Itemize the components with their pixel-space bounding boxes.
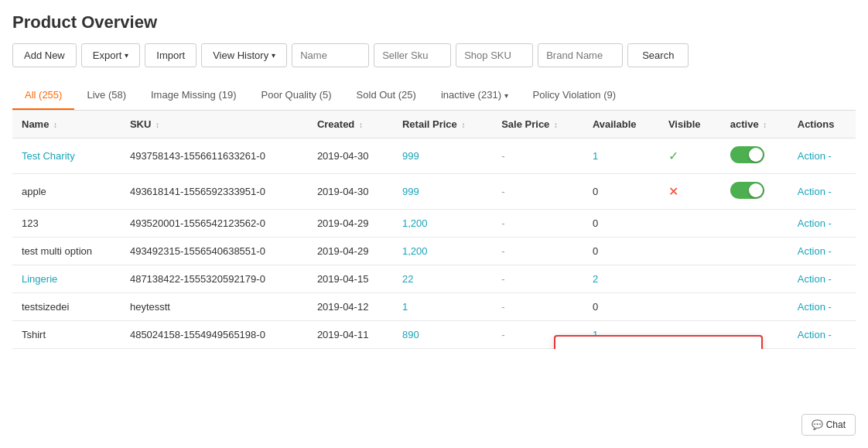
table-row: Test Charity493758143-1556611633261-0201… [12,139,856,174]
tab-inactive[interactable]: inactive (231) ▾ [429,81,521,110]
action-button[interactable]: Action - [798,186,832,197]
retail-price-link[interactable]: 1,200 [402,245,428,257]
product-name-link[interactable]: Test Charity [22,150,75,162]
seller-sku-input[interactable] [374,43,451,67]
tab-all[interactable]: All (255) [12,81,74,110]
cell-created: 2019-04-30 [308,174,393,210]
cell-actions: Action - [788,265,856,293]
active-toggle[interactable] [730,146,764,163]
col-header-sku[interactable]: SKU ↕ [121,111,308,139]
col-header-retail_price[interactable]: Retail Price ↕ [393,111,492,139]
export-button[interactable]: Export ▾ [81,43,141,67]
shop-sku-input[interactable] [456,43,533,67]
action-button[interactable]: Action - [798,217,832,229]
visibility-tooltip-popup: ✓Seller is verified✓Seller status is Act… [554,335,763,349]
retail-price-link[interactable]: 890 [402,329,419,340]
cell-visible: ✕ [659,174,721,210]
col-header-name[interactable]: Name ↕ [12,111,121,139]
cell-sku: heytesstt [121,293,308,321]
brand-name-input[interactable] [538,43,623,67]
cell-sale-price: - [492,174,583,210]
products-table-container: Name ↕SKU ↕Created ↕Retail Price ↕Sale P… [12,111,856,349]
cell-retail-price: 999 [393,174,492,210]
cell-sku: 485024158-1554949565198-0 [121,321,308,349]
col-header-actions: Actions [788,111,856,139]
cell-available: 0 [583,238,659,265]
cell-available: 2 [583,265,659,293]
cell-actions: Action - [788,174,856,210]
action-button[interactable]: Action - [798,329,832,340]
col-header-active[interactable]: active ↕ [721,111,788,139]
cell-actions: Action - [788,139,856,174]
cell-sale-price: - [492,139,583,174]
sort-icon: ↕ [763,121,767,129]
import-button[interactable]: Import [145,43,196,67]
cell-sku: 493618141-1556592333951-0 [121,174,308,210]
col-header-sale_price[interactable]: Sale Price ↕ [492,111,583,139]
active-toggle[interactable] [730,182,764,199]
tab-poor-quality[interactable]: Poor Quality (5) [249,81,344,110]
tab-image-missing[interactable]: Image Missing (19) [138,81,249,110]
cell-created: 2019-04-29 [308,238,393,265]
retail-price-link[interactable]: 999 [402,150,419,162]
tooltip-check-icon: ✓ [568,348,576,349]
cell-retail-price: 1,200 [393,238,492,265]
action-button[interactable]: Action - [798,150,832,162]
cell-retail-price: 999 [393,139,492,174]
cell-visible: ✓ [659,139,721,174]
cell-actions: Action - [788,238,856,265]
action-button[interactable]: Action - [798,301,832,313]
cell-active [721,174,788,210]
cell-retail-price: 890 [393,321,492,349]
action-button[interactable]: Action - [798,273,832,285]
name-input[interactable] [292,43,369,67]
cell-visible [659,265,721,293]
cell-available: 0 [583,293,659,321]
retail-price-link[interactable]: 1,200 [402,217,428,229]
available-link[interactable]: 1 [593,150,598,162]
cell-name: testsizedei [12,293,121,321]
col-header-visible: Visible [659,111,721,139]
cell-active [721,210,788,238]
cell-sale-price: - [492,265,583,293]
cell-retail-price: 1 [393,293,492,321]
tab-sold-out[interactable]: Sold Out (25) [344,81,429,110]
retail-price-link[interactable]: 999 [402,186,419,197]
cell-sale-price: - [492,238,583,265]
cell-sku: 493492315-1556540638551-0 [121,238,308,265]
cell-actions: Action - [788,210,856,238]
retail-price-link[interactable]: 22 [402,273,413,285]
add-new-button[interactable]: Add New [12,43,77,67]
export-dropdown-icon: ▾ [125,51,128,60]
toolbar: Add New Export ▾ Import View History ▾ S… [12,43,856,67]
sort-icon: ↕ [155,121,159,129]
cell-retail-price: 1,200 [393,210,492,238]
product-name-link[interactable]: Lingerie [22,273,57,285]
cell-sku: 487138422-1555320592179-0 [121,265,308,293]
cell-name: test multi option [12,238,121,265]
table-row: test multi option493492315-1556540638551… [12,238,856,265]
search-button[interactable]: Search [627,43,689,67]
cell-actions: Action - [788,293,856,321]
visible-cross-icon: ✕ [668,185,678,198]
cell-available: 0 [583,210,659,238]
table-row: Lingerie487138422-1555320592179-02019-04… [12,265,856,293]
page-title: Product Overview [12,12,856,32]
action-button[interactable]: Action - [798,245,832,257]
tab-policy-violation[interactable]: Policy Violation (9) [521,81,628,110]
col-header-created[interactable]: Created ↕ [308,111,393,139]
view-history-dropdown-icon: ▾ [272,51,275,60]
sort-icon: ↕ [359,121,363,129]
view-history-button[interactable]: View History ▾ [201,43,287,67]
cell-created: 2019-04-11 [308,321,393,349]
cell-active [721,139,788,174]
col-header-available: Available [583,111,659,139]
available-link[interactable]: 2 [593,273,598,285]
cell-created: 2019-04-15 [308,265,393,293]
tab-live[interactable]: Live (58) [74,81,138,110]
cell-actions: Action - [788,321,856,349]
tooltip-item: ✓Seller is verified [568,346,749,349]
products-table: Name ↕SKU ↕Created ↕Retail Price ↕Sale P… [12,111,856,349]
retail-price-link[interactable]: 1 [402,301,408,313]
sort-icon: ↕ [554,121,558,129]
